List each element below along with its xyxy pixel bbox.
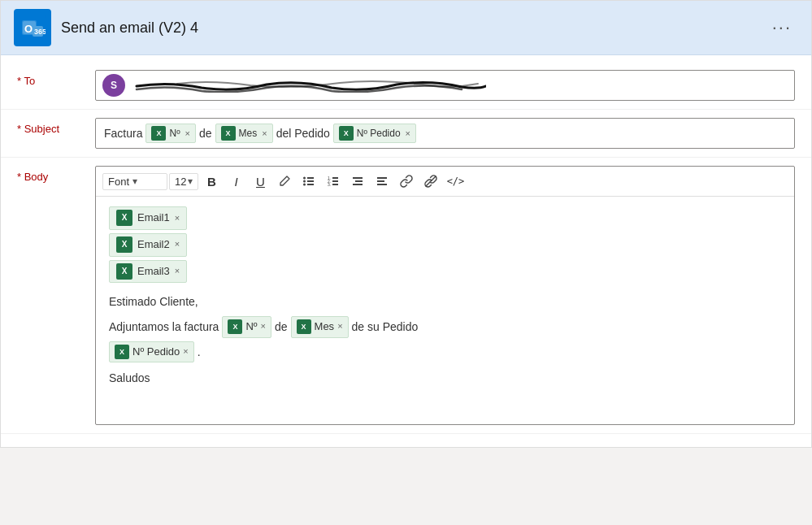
- bullets-button[interactable]: [297, 170, 320, 193]
- excel-icon-pedido: X: [115, 345, 129, 359]
- excel-icon-4: X: [339, 126, 354, 141]
- body-tag-no-label: Nº: [245, 319, 257, 336]
- line3-dot: .: [198, 343, 201, 361]
- subject-tag-3-remove[interactable]: ×: [262, 128, 267, 138]
- font-label: Font: [108, 176, 129, 188]
- body-tag-pedido-remove[interactable]: ×: [183, 345, 188, 359]
- body-label: * Body: [17, 166, 82, 183]
- excel-icon-3: X: [221, 126, 236, 141]
- editor-content[interactable]: X Email1 × X Email2 × X Emai: [96, 197, 794, 424]
- svg-rect-9: [307, 177, 314, 179]
- line2-connector: de: [275, 318, 288, 336]
- unlink-button[interactable]: [419, 170, 442, 193]
- email-tag-2-label: Email2: [137, 236, 170, 254]
- excel-icon-email3: X: [116, 263, 132, 280]
- svg-rect-20: [353, 184, 363, 185]
- body-editor: Font 12 B I U: [95, 166, 795, 425]
- body-tag-pedido: X Nº Pedido ×: [109, 341, 194, 363]
- italic-button[interactable]: I: [224, 170, 247, 193]
- svg-text:O: O: [24, 23, 33, 35]
- more-options-button[interactable]: ···: [766, 14, 798, 41]
- editor-toolbar: Font 12 B I U: [96, 167, 794, 197]
- body-row: * Body Font 12 B I: [1, 158, 811, 434]
- bold-button[interactable]: B: [200, 170, 223, 193]
- indent-right-button[interactable]: [371, 170, 393, 193]
- pen-button[interactable]: [273, 170, 296, 193]
- to-row: * To S: [1, 62, 811, 110]
- subject-field[interactable]: Factura X Nº × de X Mes × del Pedido: [95, 118, 795, 149]
- font-size-label: 12: [175, 176, 186, 188]
- excel-icon-email2: X: [116, 236, 132, 253]
- svg-point-7: [303, 180, 306, 183]
- to-label: * To: [17, 70, 82, 87]
- subject-prefix: Factura: [104, 127, 142, 140]
- svg-rect-16: [332, 180, 338, 182]
- svg-rect-15: [332, 177, 338, 179]
- indent-left-button[interactable]: [346, 170, 369, 193]
- underline-button[interactable]: U: [249, 170, 271, 193]
- link-button[interactable]: [395, 170, 418, 193]
- to-field-container: S: [95, 70, 795, 101]
- body-line-2: Adjuntamos la factura X Nº × de X Mes: [109, 316, 781, 363]
- app-container: O 365 Send an email (V2) 4 ··· * To S: [0, 0, 812, 448]
- excel-icon-no: X: [228, 319, 242, 334]
- svg-rect-21: [377, 177, 387, 179]
- svg-text:365: 365: [34, 28, 46, 36]
- svg-point-8: [303, 184, 306, 186]
- to-field[interactable]: S: [95, 70, 795, 101]
- excel-icon-mes: X: [297, 319, 311, 334]
- body-line-1: Estimado Cliente,: [109, 293, 781, 310]
- excel-icon-email1: X: [116, 210, 132, 226]
- email-tag-1-remove[interactable]: ×: [175, 211, 180, 226]
- email-tag-3: X Email3 ×: [109, 260, 187, 284]
- email-tags-list: X Email1 × X Email2 × X Emai: [109, 206, 781, 283]
- outlook-icon: O 365: [14, 9, 51, 46]
- svg-rect-17: [332, 184, 338, 185]
- form-body: * To S * Subject: [1, 55, 811, 447]
- body-editor-container: Font 12 B I U: [95, 166, 795, 425]
- email-tag-3-label: Email3: [137, 263, 170, 280]
- svg-rect-23: [377, 184, 387, 185]
- svg-rect-11: [307, 184, 314, 185]
- to-scribble: [128, 78, 788, 93]
- subject-middle: del Pedido: [276, 127, 330, 140]
- line2-suffix: de su Pedido: [352, 318, 419, 336]
- avatar: S: [102, 74, 125, 97]
- size-dropdown-icon: [188, 176, 193, 187]
- page-title: Send an email (V2) 4: [61, 20, 756, 37]
- excel-icon-1: X: [151, 126, 166, 141]
- subject-tag-1-remove[interactable]: ×: [185, 128, 190, 138]
- code-button[interactable]: </>: [444, 170, 467, 193]
- font-selector[interactable]: Font: [102, 173, 167, 190]
- line2-prefix: Adjuntamos la factura: [109, 318, 219, 336]
- svg-text:3.: 3.: [328, 182, 331, 187]
- subject-tag-4: X Nº Pedido ×: [333, 124, 416, 143]
- subject-row: * Subject Factura X Nº × de X Mes ×: [1, 110, 811, 158]
- subject-de: de: [199, 127, 212, 140]
- subject-tag-4-remove[interactable]: ×: [406, 128, 410, 138]
- subject-label: * Subject: [17, 118, 82, 135]
- subject-tag-1: X Nº ×: [145, 124, 196, 143]
- svg-point-6: [303, 177, 306, 180]
- svg-rect-22: [377, 180, 384, 182]
- font-size-selector[interactable]: 12: [169, 173, 198, 190]
- svg-rect-10: [307, 180, 314, 182]
- inline-tags-row-2: Adjuntamos la factura X Nº × de X Mes: [109, 316, 781, 338]
- email-tag-3-remove[interactable]: ×: [175, 264, 180, 279]
- font-dropdown-icon: [132, 176, 137, 187]
- header: O 365 Send an email (V2) 4 ···: [1, 1, 811, 55]
- subject-tag-3: X Mes ×: [215, 124, 273, 143]
- body-tag-mes-remove[interactable]: ×: [337, 319, 342, 334]
- body-line-4: Saludos: [109, 369, 781, 387]
- numbering-button[interactable]: 1. 2. 3.: [322, 170, 345, 193]
- body-tag-pedido-label: Nº Pedido: [132, 344, 180, 361]
- email-tag-2: X Email2 ×: [109, 233, 187, 257]
- email-tag-1-label: Email1: [137, 210, 170, 227]
- svg-rect-18: [353, 177, 363, 179]
- email-tag-2-remove[interactable]: ×: [175, 237, 180, 252]
- body-tag-no-remove[interactable]: ×: [261, 319, 266, 334]
- body-tag-mes: X Mes ×: [291, 316, 349, 338]
- email-tag-1: X Email1 ×: [109, 206, 187, 230]
- body-tag-mes-label: Mes: [315, 319, 335, 336]
- body-tag-no: X Nº ×: [222, 316, 271, 338]
